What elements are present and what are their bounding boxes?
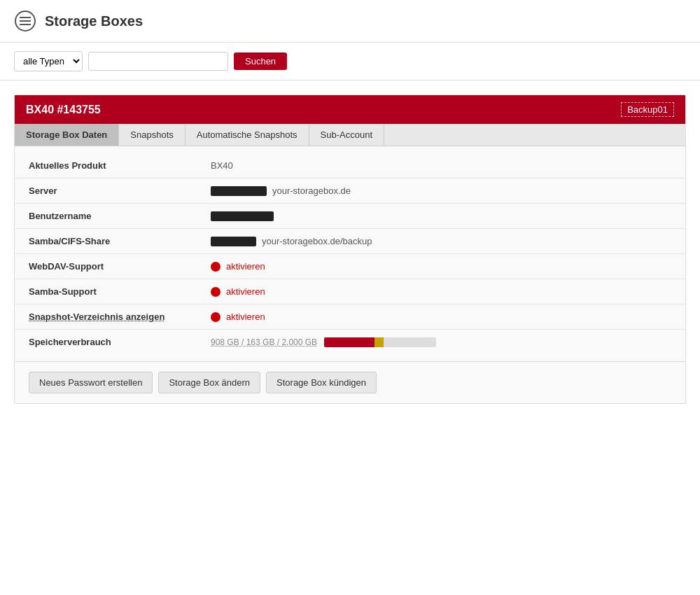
label-aktuelles-produkt: Aktuelles Produkt — [29, 160, 211, 171]
label-speicherverbrauch: Speicherverbrauch — [29, 337, 211, 347]
tab-storage-box-daten[interactable]: Storage Box Daten — [15, 124, 119, 146]
redacted-server — [211, 186, 267, 196]
snapshot-aktivieren-link[interactable]: aktivieren — [226, 312, 265, 322]
label-snapshot-verzeichnis[interactable]: Snapshot-Verzeichnis anzeigen — [29, 312, 211, 322]
storage-text: 908 GB / 163 GB / 2.000 GB — [211, 337, 317, 347]
page-title: Storage Boxes — [45, 13, 143, 29]
data-section: Aktuelles Produkt BX40 Server your-stora… — [15, 146, 685, 361]
storage-bar — [324, 337, 436, 347]
search-input[interactable] — [88, 52, 228, 71]
storage-box-alias[interactable]: Backup01 — [621, 102, 674, 117]
cancel-storage-box-button[interactable]: Storage Box kündigen — [266, 372, 377, 393]
storage-box-card: BX40 #143755 Backup01 Storage Box Daten … — [14, 94, 686, 404]
row-aktuelles-produkt: Aktuelles Produkt BX40 — [15, 153, 685, 178]
storage-box-id: BX40 #143755 — [26, 104, 101, 116]
samba-aktivieren-link[interactable]: aktivieren — [226, 286, 265, 297]
row-samba-support: Samba-Support aktivieren — [15, 279, 685, 304]
samba-status-dot — [211, 287, 220, 297]
storage-bar-snapshot — [374, 337, 384, 347]
tab-automatische-snapshots[interactable]: Automatische Snapshots — [186, 124, 309, 146]
row-benutzername: Benutzername — [15, 204, 685, 229]
label-samba-support: Samba-Support — [29, 286, 211, 297]
label-webdav-support: WebDAV-Support — [29, 261, 211, 272]
new-password-button[interactable]: Neues Passwort erstellen — [29, 372, 153, 393]
row-snapshot-verzeichnis: Snapshot-Verzeichnis anzeigen aktivieren — [15, 304, 685, 330]
value-snapshot-verzeichnis: aktivieren — [211, 312, 265, 322]
redacted-samba — [211, 237, 256, 246]
server-domain: your-storagebox.de — [272, 186, 351, 196]
snapshot-status-dot — [211, 312, 220, 322]
tab-snapshots[interactable]: Snapshots — [119, 124, 185, 146]
row-server: Server your-storagebox.de — [15, 178, 685, 204]
value-benutzername — [211, 211, 274, 221]
samba-domain: your-storagebox.de/backup — [262, 236, 372, 246]
storage-bar-container: 908 GB / 163 GB / 2.000 GB — [211, 337, 436, 347]
type-filter-select[interactable]: alle Typen BX20 BX40 BX60 BX100 BX180 BX… — [14, 51, 83, 71]
change-storage-box-button[interactable]: Storage Box ändern — [158, 372, 260, 393]
row-speicherverbrauch: Speicherverbrauch 908 GB / 163 GB / 2.00… — [15, 330, 685, 354]
search-button[interactable]: Suchen — [234, 52, 287, 70]
label-benutzername: Benutzername — [29, 211, 211, 221]
storage-bar-used — [324, 337, 374, 347]
value-webdav-support: aktivieren — [211, 261, 265, 272]
tabs: Storage Box Daten Snapshots Automatische… — [15, 124, 685, 146]
toolbar: alle Typen BX20 BX40 BX60 BX100 BX180 BX… — [0, 43, 700, 80]
redacted-benutzername — [211, 211, 274, 221]
label-samba-cifs-share: Samba/CIFS-Share — [29, 236, 211, 246]
storage-boxes-icon — [14, 10, 36, 32]
value-aktuelles-produkt: BX40 — [211, 160, 233, 171]
value-server: your-storagebox.de — [211, 186, 351, 196]
row-samba-cifs-share: Samba/CIFS-Share your-storagebox.de/back… — [15, 229, 685, 254]
value-speicherverbrauch: 908 GB / 163 GB / 2.000 GB — [211, 337, 436, 347]
value-samba-cifs-share: your-storagebox.de/backup — [211, 236, 372, 246]
actions-row: Neues Passwort erstellen Storage Box änd… — [15, 361, 685, 403]
value-samba-support: aktivieren — [211, 286, 265, 297]
webdav-aktivieren-link[interactable]: aktivieren — [226, 261, 265, 272]
main-content: BX40 #143755 Backup01 Storage Box Daten … — [0, 80, 700, 418]
card-header: BX40 #143755 Backup01 — [15, 95, 685, 124]
row-webdav-support: WebDAV-Support aktivieren — [15, 254, 685, 279]
page-header: Storage Boxes — [0, 0, 700, 43]
tab-sub-account[interactable]: Sub-Account — [309, 124, 384, 146]
webdav-status-dot — [211, 262, 220, 272]
label-server: Server — [29, 186, 211, 196]
